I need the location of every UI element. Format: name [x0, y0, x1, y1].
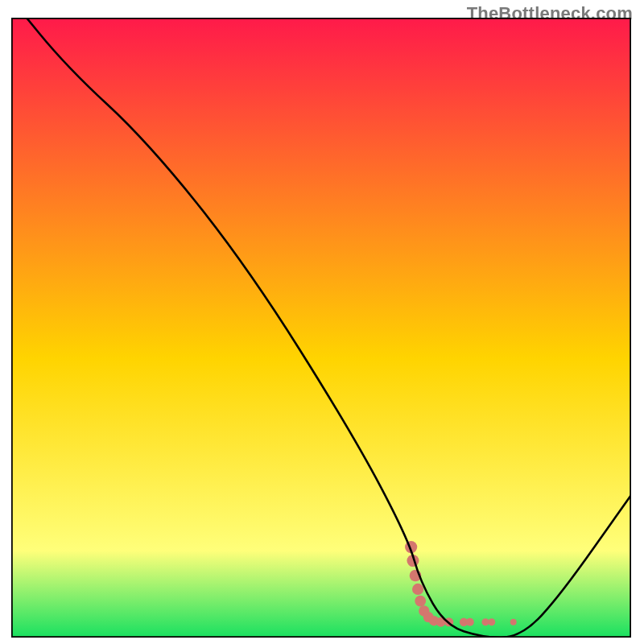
marker-dot [466, 618, 474, 626]
marker-dot [510, 619, 517, 625]
marker-dot [412, 584, 423, 595]
marker-dot [488, 618, 495, 625]
bottleneck-chart [11, 18, 631, 638]
chart-area [11, 18, 631, 638]
gradient-background [11, 18, 631, 638]
marker-dot [415, 596, 426, 607]
